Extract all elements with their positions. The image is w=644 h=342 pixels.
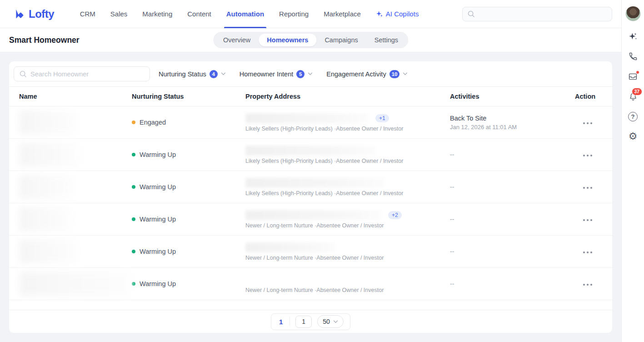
homeowners-card: Nurturing Status 4 Homeowner Intent 5 En… <box>9 61 612 333</box>
segment-tags: Likely Sellers (High-Priority Leads) ·Ab… <box>245 190 450 196</box>
nurturing-status-cell: Warming Up <box>132 183 245 191</box>
more-addresses-badge[interactable]: +1 <box>375 114 389 122</box>
redacted-address-blur <box>245 210 382 220</box>
nav-item-marketplace[interactable]: Marketplace <box>316 0 369 28</box>
filter-label: Homeowner Intent <box>240 70 293 78</box>
segment-tags: Newer / Long-term Nurture ·Absentee Owne… <box>245 287 450 293</box>
status-dot-icon <box>132 282 135 286</box>
nurturing-status-cell: Warming Up <box>132 248 245 255</box>
redacted-name-blur <box>19 142 81 167</box>
redacted-name-blur <box>19 272 132 296</box>
user-avatar[interactable] <box>625 6 641 21</box>
ellipsis-icon <box>583 281 592 288</box>
homeowner-search-box[interactable] <box>14 66 150 81</box>
global-search-input[interactable] <box>479 10 607 18</box>
sparkle-icon <box>629 32 638 41</box>
global-search-box[interactable] <box>462 7 612 21</box>
tab-homeowners[interactable]: Homeowners <box>259 34 316 46</box>
nav-item-automation[interactable]: Automation <box>219 0 271 28</box>
ellipsis-icon <box>583 216 592 224</box>
activity-title: -- <box>450 280 575 287</box>
status-label: Warming Up <box>140 216 176 223</box>
homeowner-name-cell <box>19 272 132 296</box>
homeowner-name-cell <box>19 110 132 135</box>
pagination-divider <box>290 317 290 326</box>
ai-assistant-button[interactable] <box>628 32 639 41</box>
status-label: Warming Up <box>140 280 176 287</box>
phone-button[interactable] <box>628 52 639 61</box>
search-icon <box>19 70 27 78</box>
activities-cell: Back To Site Jan 12, 2026 at 11:01 AM <box>450 115 575 131</box>
chevron-down-icon <box>333 320 338 323</box>
property-address-cell: +1 Likely Sellers (High-Priority Leads) … <box>245 113 450 132</box>
row-action-menu[interactable] <box>575 182 602 191</box>
row-action-menu[interactable] <box>575 279 602 288</box>
redacted-address-blur <box>245 146 376 156</box>
tab-settings[interactable]: Settings <box>366 34 406 46</box>
status-dot-icon <box>132 217 135 221</box>
property-address-cell: +2 Newer / Long-term Nurture ·Absentee O… <box>245 210 450 229</box>
table-row: Warming Up Newer / Long-term Nurture ·Ab… <box>9 268 612 300</box>
sparkle-icon <box>376 10 383 18</box>
redacted-address-blur <box>245 113 369 123</box>
page-size-select[interactable]: 50 <box>317 315 344 328</box>
table-row: Engaged +1 Likely Sellers (High-Priority… <box>9 106 612 139</box>
nurturing-status-cell: Warming Up <box>132 151 245 158</box>
chevron-down-icon <box>221 72 226 75</box>
settings-button[interactable]: ⚙ <box>628 132 639 141</box>
homeowner-name-cell <box>19 207 132 231</box>
more-addresses-badge[interactable]: +2 <box>388 211 402 219</box>
nav-item-content[interactable]: Content <box>180 0 219 28</box>
nav-item-sales[interactable]: Sales <box>103 0 135 28</box>
column-header-name: Name <box>19 93 132 100</box>
filter-label: Nurturing Status <box>159 70 206 78</box>
row-action-menu[interactable] <box>575 118 602 127</box>
table-row: Warming Up Newer / Long-term Nurture ·Ab… <box>9 236 612 268</box>
nurturing-status-cell: Engaged <box>132 119 245 126</box>
table-row: Warming Up Likely Sellers (High-Priority… <box>9 171 612 203</box>
sidebar-icon-stack: 37 ? ⚙ <box>628 32 639 141</box>
segment-tags: Likely Sellers (High-Priority Leads) ·Ab… <box>245 126 450 132</box>
filter-homeowner-intent[interactable]: Homeowner Intent 5 <box>240 70 313 78</box>
top-navigation-bar: Lofty CRM Sales Marketing Content Automa… <box>0 0 621 28</box>
lofty-logo[interactable]: Lofty <box>14 8 54 20</box>
filter-count-badge: 5 <box>296 70 305 78</box>
chevron-down-icon <box>403 72 408 75</box>
row-action-menu[interactable] <box>575 247 602 256</box>
activity-time: Jan 12, 2026 at 11:01 AM <box>450 124 575 131</box>
nav-item-ai-copilots[interactable]: AI Copilots <box>368 0 426 28</box>
notification-count-badge: 37 <box>632 88 643 96</box>
status-dot-icon <box>132 250 135 253</box>
filter-nurturing-status[interactable]: Nurturing Status 4 <box>159 70 226 78</box>
row-action-menu[interactable] <box>575 150 602 159</box>
nav-item-reporting[interactable]: Reporting <box>272 0 316 28</box>
page-content: Nurturing Status 4 Homeowner Intent 5 En… <box>0 52 621 342</box>
inbox-button[interactable] <box>628 72 639 81</box>
segment-tags: Newer / Long-term Nurture ·Absentee Owne… <box>245 222 450 229</box>
tab-overview[interactable]: Overview <box>215 34 259 46</box>
nurturing-status-cell: Warming Up <box>132 216 245 223</box>
activities-cell: -- <box>450 183 575 191</box>
filter-bar: Nurturing Status 4 Homeowner Intent 5 En… <box>9 61 612 86</box>
homeowner-name-cell <box>19 142 132 167</box>
notifications-button[interactable]: 37 <box>628 92 639 101</box>
activity-title: -- <box>450 248 575 255</box>
question-mark-icon: ? <box>628 112 638 121</box>
nav-item-marketing[interactable]: Marketing <box>135 0 180 28</box>
ellipsis-icon <box>583 249 592 256</box>
status-label: Warming Up <box>140 183 176 191</box>
nav-item-crm[interactable]: CRM <box>72 0 103 28</box>
homeowner-name-cell <box>19 175 132 199</box>
page-jump-input[interactable] <box>295 316 312 328</box>
segment-tags: Newer / Long-term Nurture ·Absentee Owne… <box>245 255 450 261</box>
help-button[interactable]: ? <box>628 112 639 121</box>
homeowner-search-input[interactable] <box>30 70 145 78</box>
status-label: Warming Up <box>140 248 176 255</box>
filter-engagement-activity[interactable]: Engagement Activity 10 <box>326 70 408 78</box>
property-address-cell: Likely Sellers (High-Priority Leads) ·Ab… <box>245 178 450 196</box>
page-number-button[interactable]: 1 <box>278 318 284 326</box>
row-action-menu[interactable] <box>575 215 602 224</box>
activities-cell: -- <box>450 280 575 287</box>
chevron-down-icon <box>308 72 313 75</box>
tab-campaigns[interactable]: Campaigns <box>316 34 366 46</box>
